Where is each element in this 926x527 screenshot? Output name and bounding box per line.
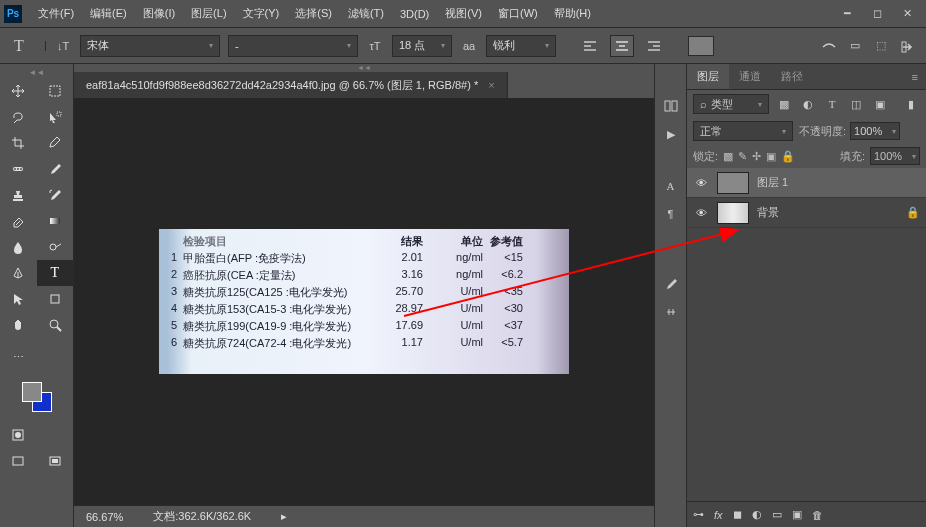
screenmode2-icon[interactable] — [37, 448, 74, 474]
layer-thumbnail[interactable] — [717, 202, 749, 224]
lasso-tool[interactable] — [0, 104, 37, 130]
link-layers-icon[interactable]: ⊶ — [693, 508, 704, 521]
stamp-tool[interactable] — [0, 182, 37, 208]
healing-tool[interactable] — [0, 156, 37, 182]
screenmode-icon[interactable] — [0, 448, 37, 474]
filter-shape-icon[interactable]: ◫ — [847, 96, 865, 112]
menu-3d[interactable]: 3D(D) — [392, 4, 437, 24]
maximize-button[interactable]: ◻ — [862, 4, 892, 24]
history-brush-tool[interactable] — [37, 182, 74, 208]
new-layer-icon[interactable]: ▣ — [792, 508, 802, 521]
menu-select[interactable]: 选择(S) — [287, 2, 340, 25]
filter-toggle-icon[interactable]: ▮ — [902, 96, 920, 112]
close-button[interactable]: ✕ — [892, 4, 922, 24]
antialias-dropdown[interactable]: 锐利▾ — [486, 35, 556, 57]
layer-filter-dropdown[interactable]: ⌕ 类型▾ — [693, 94, 769, 114]
text-tool-icon[interactable]: T — [10, 37, 28, 55]
close-tab-icon[interactable]: × — [488, 79, 494, 91]
char-panel-icon[interactable]: A — [661, 178, 681, 194]
crop-tool[interactable] — [0, 130, 37, 156]
panel-menu-icon[interactable]: ≡ — [904, 71, 926, 83]
layer-thumbnail[interactable] — [717, 172, 749, 194]
3d-icon[interactable]: ⬚ — [872, 37, 890, 55]
menu-filter[interactable]: 滤镜(T) — [340, 2, 392, 25]
actions-panel-icon[interactable]: ▶ — [661, 126, 681, 142]
font-style-dropdown[interactable]: -▾ — [228, 35, 358, 57]
text-tool[interactable]: T — [37, 260, 74, 286]
lock-transparent-icon[interactable]: ▩ — [723, 150, 733, 163]
foreground-color[interactable] — [22, 382, 42, 402]
delete-layer-icon[interactable]: 🗑 — [812, 509, 823, 521]
align-right-button[interactable] — [642, 35, 666, 57]
filter-adjust-icon[interactable]: ◐ — [799, 96, 817, 112]
marquee-tool[interactable] — [37, 78, 74, 104]
tab-paths[interactable]: 路径 — [771, 64, 813, 89]
quickmask-icon[interactable] — [0, 422, 37, 448]
canvas[interactable]: 检验项目 结果 单位 参考值 1甲胎蛋白(AFP :免疫学法)2.01ng/ml… — [74, 98, 654, 505]
menu-view[interactable]: 视图(V) — [437, 2, 490, 25]
pen-tool[interactable] — [0, 260, 37, 286]
hand-tool[interactable] — [0, 312, 37, 338]
minimize-button[interactable]: ━ — [832, 4, 862, 24]
history-panel-icon[interactable] — [661, 98, 681, 114]
gradient-tool[interactable] — [37, 208, 74, 234]
layer-name[interactable]: 图层 1 — [757, 175, 788, 190]
menu-file[interactable]: 文件(F) — [30, 2, 82, 25]
lock-position-icon[interactable]: ✢ — [752, 150, 761, 163]
layer-row-background[interactable]: 👁 背景 🔒 — [687, 198, 926, 228]
font-family-dropdown[interactable]: 宋体▾ — [80, 35, 220, 57]
menu-help[interactable]: 帮助(H) — [546, 2, 599, 25]
filter-pixel-icon[interactable]: ▩ — [775, 96, 793, 112]
menu-window[interactable]: 窗口(W) — [490, 2, 546, 25]
font-size-dropdown[interactable]: 18 点▾ — [392, 35, 452, 57]
orientation-icon[interactable]: ↓T — [54, 37, 72, 55]
lock-artboard-icon[interactable]: ▣ — [766, 150, 776, 163]
character-panel-icon[interactable]: ▭ — [846, 37, 864, 55]
lock-all-icon[interactable]: 🔒 — [781, 150, 795, 163]
status-docsize[interactable]: 文档:362.6K/362.6K — [153, 509, 251, 524]
eyedropper-tool[interactable] — [37, 130, 74, 156]
menu-text[interactable]: 文字(Y) — [235, 2, 288, 25]
quick-select-tool[interactable] — [37, 104, 74, 130]
document-tab[interactable]: eaf81a4c510fd9f988ee8d36272dd42a2934a4f0… — [74, 72, 508, 98]
layer-name[interactable]: 背景 — [757, 205, 779, 220]
visibility-icon[interactable]: 👁 — [693, 177, 709, 189]
layer-row-1[interactable]: 👁 图层 1 — [687, 168, 926, 198]
eraser-tool[interactable] — [0, 208, 37, 234]
tab-layers[interactable]: 图层 — [687, 64, 729, 89]
move-tool[interactable] — [0, 78, 37, 104]
tab-channels[interactable]: 通道 — [729, 64, 771, 89]
visibility-icon[interactable]: 👁 — [693, 207, 709, 219]
align-center-button[interactable] — [610, 35, 634, 57]
dodge-tool[interactable] — [37, 234, 74, 260]
zoom-tool[interactable] — [37, 312, 74, 338]
align-left-button[interactable] — [578, 35, 602, 57]
status-zoom[interactable]: 66.67% — [86, 511, 123, 523]
menu-image[interactable]: 图像(I) — [135, 2, 183, 25]
layers-panel-footer: ⊶ fx ◼ ◐ ▭ ▣ 🗑 — [687, 501, 926, 527]
brush-tool[interactable] — [37, 156, 74, 182]
more-tools[interactable]: ⋯ — [0, 344, 37, 370]
adjustment-icon[interactable]: ◐ — [752, 508, 762, 521]
shape-tool[interactable] — [37, 286, 74, 312]
warp-text-icon[interactable] — [820, 37, 838, 55]
blend-mode-dropdown[interactable]: 正常▾ — [693, 121, 793, 141]
opacity-input[interactable]: 100%▾ — [850, 122, 900, 140]
para-panel-icon[interactable]: ¶ — [661, 206, 681, 222]
path-select-tool[interactable] — [0, 286, 37, 312]
filter-smart-icon[interactable]: ▣ — [871, 96, 889, 112]
brush-settings-icon[interactable] — [661, 304, 681, 320]
fx-icon[interactable]: fx — [714, 509, 723, 521]
share-icon[interactable] — [898, 37, 916, 55]
lock-paint-icon[interactable]: ✎ — [738, 150, 747, 163]
text-color-swatch[interactable] — [688, 36, 714, 56]
blur-tool[interactable] — [0, 234, 37, 260]
menu-edit[interactable]: 编辑(E) — [82, 2, 135, 25]
filter-text-icon[interactable]: T — [823, 96, 841, 112]
brush-panel-icon[interactable] — [661, 276, 681, 292]
color-swatches[interactable] — [22, 382, 52, 412]
group-icon[interactable]: ▭ — [772, 508, 782, 521]
layer-mask-icon[interactable]: ◼ — [733, 508, 742, 521]
menu-layer[interactable]: 图层(L) — [183, 2, 234, 25]
fill-input[interactable]: 100%▾ — [870, 147, 920, 165]
